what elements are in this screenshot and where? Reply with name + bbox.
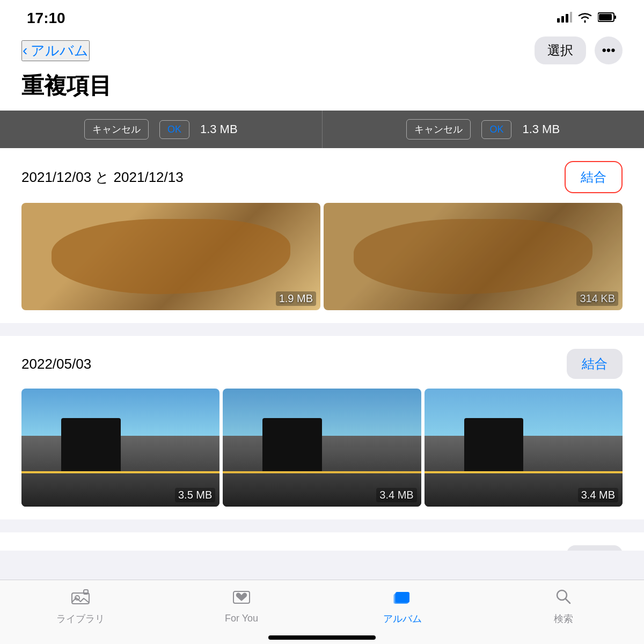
svg-rect-13 [393, 594, 407, 604]
photo-thumb-1-2[interactable]: 314 KB [324, 203, 623, 310]
svg-rect-2 [566, 14, 568, 23]
tab-library-label: ライブラリ [56, 612, 105, 625]
dup-group-3: 2022/08/20 結合 1.8 MB 1.8 MB [0, 532, 644, 551]
scroll-content: 2021/12/03 と 2021/12/13 結合 1.9 MB 314 KB… [0, 148, 644, 551]
nav-bar: ‹ アルバム 選択 ••• 重複項目 [0, 32, 644, 111]
nav-right-buttons: 選択 ••• [535, 36, 623, 64]
tab-foryou[interactable]: For You [215, 589, 268, 624]
library-icon [71, 589, 90, 609]
photo-size-1-1: 1.9 MB [276, 291, 316, 306]
tab-search[interactable]: 検索 [537, 589, 590, 625]
wifi-icon [577, 11, 592, 25]
svg-rect-0 [557, 18, 560, 23]
dup-group-2: 2022/05/03 結合 3.5 MB 3.4 MB 3.4 MB [0, 336, 644, 519]
svg-line-15 [566, 598, 570, 603]
dup-group-1: 2021/12/03 と 2021/12/13 結合 1.9 MB 314 KB [0, 148, 644, 323]
photo-size-2-3: 3.4 MB [578, 488, 618, 502]
tab-albums-label: アルバム [383, 612, 422, 625]
tab-bar: ライブラリ For You アルバム 検索 [0, 580, 644, 644]
select-button[interactable]: 選択 [535, 36, 586, 64]
back-chevron-icon: ‹ [23, 42, 27, 59]
photos-row-2: 3.5 MB 3.4 MB 3.4 MB [21, 389, 623, 507]
preview-segment-1: キャンセル OK 1.3 MB [0, 111, 323, 148]
preview-size-1: 1.3 MB [200, 122, 238, 136]
home-indicator [268, 635, 376, 640]
svg-rect-1 [561, 16, 564, 23]
tab-search-label: 検索 [554, 612, 573, 625]
group-header-1: 2021/12/03 と 2021/12/13 結合 [21, 161, 623, 193]
svg-rect-6 [614, 16, 616, 19]
battery-icon [598, 12, 617, 25]
group-date-2: 2022/05/03 [21, 356, 91, 372]
photo-size-2-2: 3.4 MB [376, 488, 416, 502]
preview-size-2: 1.3 MB [522, 122, 560, 136]
photo-thumb-1-1[interactable]: 1.9 MB [21, 203, 320, 310]
photo-thumb-2-1[interactable]: 3.5 MB [21, 389, 219, 507]
svg-rect-3 [570, 12, 572, 23]
preview-cancel-1[interactable]: キャンセル [84, 119, 149, 140]
photo-size-1-2: 314 KB [576, 291, 618, 306]
back-button[interactable]: ‹ アルバム [21, 40, 90, 61]
merge-button-3[interactable]: 結合 [567, 545, 623, 551]
preview-ok-2[interactable]: OK [481, 120, 511, 139]
status-bar: 17:10 [0, 0, 644, 32]
back-label: アルバム [31, 41, 89, 60]
merge-button-2[interactable]: 結合 [567, 349, 623, 379]
photos-row-1: 1.9 MB 314 KB [21, 203, 623, 310]
merge-button-1[interactable]: 結合 [565, 161, 623, 193]
group-header-3: 2022/08/20 結合 [21, 545, 623, 551]
foryou-icon [232, 589, 251, 610]
photo-thumb-2-3[interactable]: 3.4 MB [425, 389, 623, 507]
group-header-2: 2022/05/03 結合 [21, 349, 623, 379]
more-button[interactable]: ••• [595, 36, 623, 64]
preview-ok-1[interactable]: OK [159, 120, 189, 139]
preview-cancel-2[interactable]: キャンセル [406, 119, 471, 140]
status-time: 17:10 [27, 10, 65, 27]
svg-rect-5 [599, 14, 612, 20]
group-date-1: 2021/12/03 と 2021/12/13 [21, 168, 184, 187]
tab-albums[interactable]: アルバム [376, 589, 429, 625]
tab-foryou-label: For You [225, 613, 258, 624]
search-icon [555, 589, 572, 609]
nav-top: ‹ アルバム 選択 ••• [21, 36, 623, 64]
preview-segment-2: キャンセル OK 1.3 MB [323, 111, 645, 148]
photo-thumb-2-2[interactable]: 3.4 MB [223, 389, 421, 507]
page-title: 重複項目 [21, 67, 623, 111]
status-icons [557, 11, 617, 25]
signal-icon [557, 12, 572, 25]
albums-icon [393, 589, 412, 609]
photo-size-2-1: 3.5 MB [175, 488, 215, 502]
preview-bar: キャンセル OK 1.3 MB キャンセル OK 1.3 MB [0, 111, 644, 148]
tab-library[interactable]: ライブラリ [54, 589, 107, 625]
